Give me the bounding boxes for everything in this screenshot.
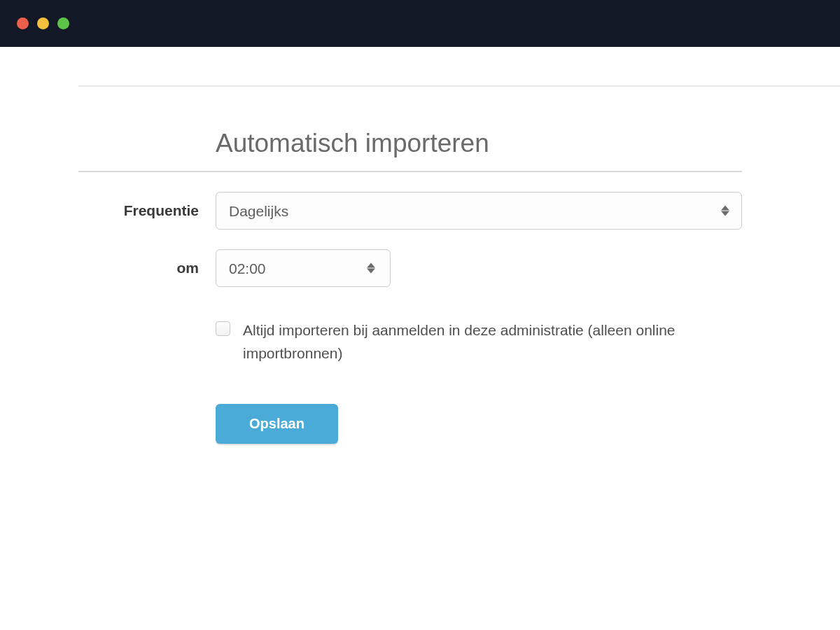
window-title-bar — [0, 0, 840, 47]
top-divider — [78, 85, 840, 87]
button-row: Opslaan — [216, 404, 742, 444]
frequency-select[interactable]: Dagelijks — [216, 192, 742, 230]
frequency-select-wrap: Dagelijks — [216, 192, 742, 230]
always-import-label: Altijd importeren bij aanmelden in deze … — [243, 319, 705, 365]
maximize-window-icon[interactable] — [57, 18, 69, 29]
frequency-label: Frequentie — [78, 202, 216, 219]
always-import-checkbox[interactable] — [216, 321, 230, 336]
section-heading: Automatisch importeren — [216, 129, 742, 171]
frequency-row: Frequentie Dagelijks — [78, 192, 742, 230]
auto-import-form: Automatisch importeren Frequentie Dageli… — [78, 129, 742, 444]
content-area: Automatisch importeren Frequentie Dageli… — [0, 85, 840, 444]
minimize-window-icon[interactable] — [37, 18, 49, 29]
time-select[interactable]: 02:00 — [216, 249, 391, 287]
time-row: om 02:00 — [78, 249, 742, 287]
always-import-row: Altijd importeren bij aanmelden in deze … — [216, 319, 742, 365]
heading-divider — [78, 171, 742, 172]
time-select-wrap: 02:00 — [216, 249, 742, 287]
time-label: om — [78, 260, 216, 276]
close-window-icon[interactable] — [17, 18, 29, 29]
save-button[interactable]: Opslaan — [216, 404, 338, 444]
